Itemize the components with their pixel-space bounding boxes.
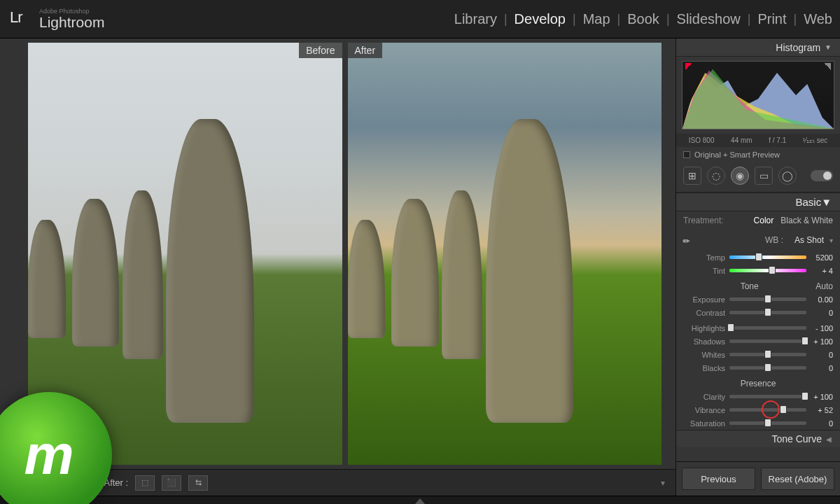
treatment-color[interactable]: Color (754, 216, 774, 225)
tint-slider[interactable] (729, 269, 806, 272)
vibrance-thumb[interactable] (780, 405, 787, 414)
spot-removal-tool[interactable]: ◌ (707, 167, 725, 185)
previous-button[interactable]: Previous (682, 468, 755, 490)
presence-label: Presence (741, 379, 776, 388)
highlights-thumb[interactable] (727, 323, 734, 332)
highlights-slider[interactable] (729, 326, 806, 330)
treatment-bw[interactable]: Black & White (780, 216, 833, 225)
meta-focal: 44 mm (731, 136, 752, 144)
auto-tone-button[interactable]: Auto (816, 281, 833, 291)
saturation-thumb[interactable] (764, 419, 771, 427)
brand-title: Lightroom (39, 15, 104, 29)
clarity-thumb[interactable] (802, 392, 808, 400)
panel-switch[interactable] (811, 170, 833, 181)
blacks-label: Blacks (683, 364, 725, 372)
after-image (348, 43, 662, 465)
app-titlebar: Lr Adobe Photoshop Lightroom Library| De… (0, 0, 840, 38)
crop-tool[interactable]: ⊞ (683, 167, 701, 185)
exposure-slider[interactable] (729, 298, 806, 301)
clarity-slider[interactable] (729, 395, 806, 398)
meta-shutter: ¹⁄₁₂₅ sec (803, 136, 827, 144)
wb-eyedropper-icon[interactable]: ✎ (680, 230, 700, 250)
wb-label: WB : (765, 235, 783, 245)
shadows-slider[interactable] (729, 340, 806, 343)
clarity-value[interactable]: + 100 (811, 393, 833, 401)
module-slideshow[interactable]: Slideshow (673, 11, 745, 27)
shadows-label: Shadows (683, 337, 725, 346)
contrast-thumb[interactable] (764, 308, 771, 316)
shadows-value[interactable]: + 100 (811, 337, 833, 346)
radial-filter-tool[interactable]: ◯ (778, 167, 797, 185)
tint-value[interactable]: + 4 (811, 267, 833, 275)
before-label: Before (299, 43, 342, 58)
graduated-filter-tool[interactable]: ▭ (755, 167, 773, 185)
after-pane[interactable]: After (348, 43, 662, 465)
local-adjustment-tools: ⊞ ◌ ◉ ▭ ◯ (676, 162, 840, 192)
histogram-panel-header[interactable]: Histogram▼ (676, 38, 840, 57)
shadows-thumb[interactable] (802, 337, 808, 345)
module-print[interactable]: Print (753, 11, 790, 27)
triangle-down-icon: ▼ (821, 196, 832, 208)
temp-label: Temp (683, 253, 725, 262)
temp-value[interactable]: 5200 (811, 253, 833, 262)
histogram-metadata: ISO 800 44 mm f / 7.1 ¹⁄₁₂₅ sec (676, 134, 840, 147)
basic-panel-header[interactable]: Basic▼ (676, 192, 840, 211)
after-label: After (348, 43, 383, 58)
smart-preview-status: Original + Smart Preview (676, 147, 840, 162)
app-logo-icon: Lr (10, 8, 31, 29)
module-picker: Library| Develop| Map| Book| Slideshow| … (450, 0, 840, 38)
treatment-label: Treatment: (683, 216, 724, 225)
meta-aperture: f / 7.1 (769, 136, 786, 144)
temp-slider[interactable] (729, 255, 806, 259)
vibrance-value[interactable]: + 52 (811, 406, 833, 414)
vibrance-slider[interactable] (729, 408, 806, 412)
chevron-down-icon: ▾ (830, 237, 833, 244)
temp-thumb[interactable] (755, 253, 762, 261)
meta-iso: ISO 800 (689, 136, 715, 144)
saturation-label: Saturation (683, 419, 725, 428)
whites-slider[interactable] (729, 353, 806, 356)
module-web[interactable]: Web (799, 11, 836, 27)
tint-label: Tint (683, 267, 725, 275)
contrast-slider[interactable] (729, 311, 806, 314)
triangle-left-icon: ◀ (826, 435, 832, 443)
module-develop[interactable]: Develop (510, 11, 570, 27)
module-map[interactable]: Map (579, 11, 615, 27)
exposure-thumb[interactable] (764, 295, 771, 303)
exposure-label: Exposure (683, 295, 725, 304)
bottom-panel-reveal-icon[interactable] (415, 498, 425, 504)
contrast-label: Contrast (683, 309, 725, 317)
clarity-label: Clarity (683, 393, 725, 401)
reset-button[interactable]: Reset (Adobe) (761, 468, 834, 490)
compare-layout-1-button[interactable]: ⬚ (135, 475, 155, 491)
tone-label: Tone (741, 281, 759, 291)
before-after-compare: Before After (0, 38, 676, 469)
whites-thumb[interactable] (764, 350, 771, 358)
saturation-value[interactable]: 0 (811, 419, 833, 428)
develop-right-panel: Histogram▼ ISO 800 44 mm f / 7.1 ¹⁄₁₂₅ s… (676, 38, 840, 496)
toolbar-menu-chevron-icon[interactable]: ▾ (661, 478, 665, 488)
blacks-slider[interactable] (729, 366, 806, 370)
blacks-value[interactable]: 0 (811, 364, 833, 372)
redeye-tool[interactable]: ◉ (731, 167, 749, 185)
wb-preset-dropdown[interactable]: As Shot (794, 235, 824, 245)
highlights-value[interactable]: - 100 (811, 324, 833, 332)
tone-curve-panel-header[interactable]: Tone Curve◀ (676, 430, 840, 447)
module-library[interactable]: Library (450, 11, 501, 27)
tint-thumb[interactable] (769, 266, 776, 274)
blacks-thumb[interactable] (764, 363, 771, 372)
module-book[interactable]: Book (623, 11, 664, 27)
compare-swap-button[interactable]: ⇆ (188, 475, 208, 491)
saturation-slider[interactable] (729, 421, 806, 425)
triangle-down-icon: ▼ (825, 43, 832, 51)
compare-layout-2-button[interactable]: ⬛ (162, 475, 181, 491)
whites-value[interactable]: 0 (811, 351, 833, 359)
vibrance-label: Vibrance (683, 406, 725, 414)
histogram-display[interactable] (682, 61, 834, 130)
checkbox-icon[interactable] (683, 151, 690, 158)
exposure-value[interactable]: 0.00 (811, 295, 833, 304)
whites-label: Whites (683, 351, 725, 359)
highlights-label: Highlights (683, 324, 725, 332)
contrast-value[interactable]: 0 (811, 309, 833, 317)
